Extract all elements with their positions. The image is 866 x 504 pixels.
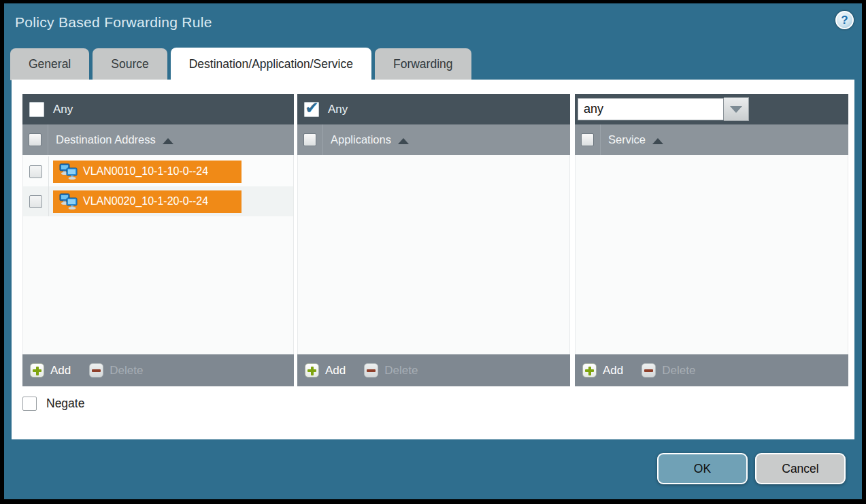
destination-address-label: VLAN0020_10-1-20-0--24 [83, 195, 208, 207]
applications-panel: Any Applications Add Delete [297, 94, 570, 386]
destination-any-label: Any [53, 103, 73, 116]
service-delete-button[interactable]: Delete [642, 363, 695, 377]
service-type-dropdown[interactable]: any [578, 97, 749, 121]
tab-source[interactable]: Source [93, 48, 167, 80]
destination-any-bar: Any [22, 94, 294, 124]
tab-destination-application-service[interactable]: Destination/Application/Service [171, 48, 371, 80]
plus-icon [30, 363, 44, 377]
service-dropdown-bar: any [575, 94, 848, 124]
sort-up-icon [163, 138, 173, 144]
service-add-button[interactable]: Add [582, 363, 623, 377]
destination-column-header[interactable]: Destination Address [22, 124, 294, 155]
service-type-value[interactable]: any [578, 98, 724, 120]
chevron-down-icon [730, 106, 742, 113]
tab-general[interactable]: General [10, 48, 89, 80]
destination-any-checkbox[interactable] [29, 102, 44, 117]
row-checkbox[interactable] [29, 165, 42, 178]
destination-address-panel: Any Destination Address [22, 94, 294, 386]
plus-icon [305, 363, 319, 377]
dialog-action-buttons: OK Cancel [657, 453, 846, 484]
applications-any-bar: Any [297, 94, 570, 124]
dropdown-button[interactable] [724, 97, 749, 121]
plus-icon [582, 363, 597, 377]
destination-delete-button[interactable]: Delete [89, 363, 143, 377]
minus-icon [89, 363, 103, 377]
destination-column-label: Destination Address [56, 133, 156, 146]
help-icon[interactable]: ? [835, 11, 854, 29]
minus-icon [642, 363, 656, 377]
cancel-button[interactable]: Cancel [755, 453, 846, 484]
service-column-header[interactable]: Service [575, 124, 848, 155]
applications-select-all-checkbox[interactable] [303, 133, 316, 146]
dialog-title: Policy Based Forwarding Rule [15, 14, 212, 31]
negate-checkbox[interactable] [22, 397, 37, 411]
destination-select-all-checkbox[interactable] [29, 133, 41, 146]
destination-address-list: VLAN0010_10-1-10-0--24 [22, 155, 294, 354]
applications-column-header[interactable]: Applications [297, 124, 570, 155]
negate-row: Negate [22, 397, 84, 411]
service-footer: Add Delete [575, 354, 848, 386]
tab-content: Any Destination Address [12, 80, 854, 439]
tab-bar: General Source Destination/Application/S… [10, 48, 471, 80]
network-nodes-icon [59, 163, 78, 180]
row-checkbox[interactable] [29, 195, 42, 208]
ok-button[interactable]: OK [657, 453, 748, 484]
applications-any-label: Any [328, 103, 348, 116]
applications-footer: Add Delete [297, 354, 570, 386]
destination-address-entry[interactable]: VLAN0010_10-1-10-0--24 [53, 161, 242, 183]
network-nodes-icon [59, 193, 78, 209]
tab-forwarding[interactable]: Forwarding [375, 48, 471, 80]
sort-up-icon [398, 138, 409, 144]
service-select-all-checkbox[interactable] [581, 133, 594, 146]
destination-address-label: VLAN0010_10-1-10-0--24 [83, 165, 208, 178]
applications-any-checkbox[interactable] [304, 102, 319, 117]
destination-add-button[interactable]: Add [30, 363, 71, 377]
minus-icon [364, 363, 378, 377]
service-list [575, 155, 848, 354]
policy-forwarding-dialog: Policy Based Forwarding Rule ? General S… [4, 3, 862, 499]
sort-up-icon [652, 138, 663, 144]
applications-delete-button[interactable]: Delete [364, 363, 418, 377]
service-panel: any Service Add D [575, 94, 848, 386]
table-row: VLAN0020_10-1-20-0--24 [23, 186, 293, 216]
applications-add-button[interactable]: Add [305, 363, 346, 377]
applications-column-label: Applications [331, 133, 391, 146]
negate-label: Negate [46, 397, 84, 411]
applications-list [297, 155, 570, 354]
service-column-label: Service [608, 133, 646, 146]
destination-address-entry[interactable]: VLAN0020_10-1-20-0--24 [53, 190, 242, 213]
table-row: VLAN0010_10-1-10-0--24 [23, 156, 293, 186]
destination-footer: Add Delete [22, 354, 294, 386]
